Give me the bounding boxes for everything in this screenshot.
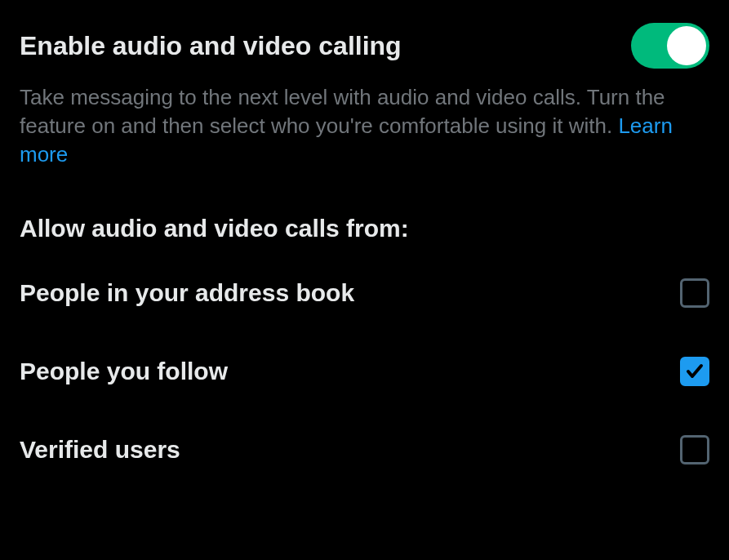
option-verified-label: Verified users: [20, 436, 180, 464]
description-text: Take messaging to the next level with au…: [20, 85, 665, 138]
option-address-book-row: People in your address book: [20, 278, 709, 308]
option-people-follow-checkbox[interactable]: [680, 357, 709, 386]
allow-from-title: Allow audio and video calls from:: [20, 215, 709, 242]
enable-calling-toggle[interactable]: [631, 23, 709, 69]
option-people-follow-label: People you follow: [20, 358, 228, 385]
option-people-follow-row: People you follow: [20, 357, 709, 386]
option-address-book-checkbox[interactable]: [680, 278, 709, 308]
enable-calling-description: Take messaging to the next level with au…: [20, 83, 709, 169]
option-verified-row: Verified users: [20, 435, 709, 464]
enable-calling-title: Enable audio and video calling: [20, 31, 402, 61]
checkmark-icon: [685, 362, 705, 381]
enable-calling-row: Enable audio and video calling: [20, 23, 709, 69]
toggle-knob-icon: [667, 26, 706, 65]
option-address-book-label: People in your address book: [20, 279, 354, 307]
option-verified-checkbox[interactable]: [680, 435, 709, 464]
